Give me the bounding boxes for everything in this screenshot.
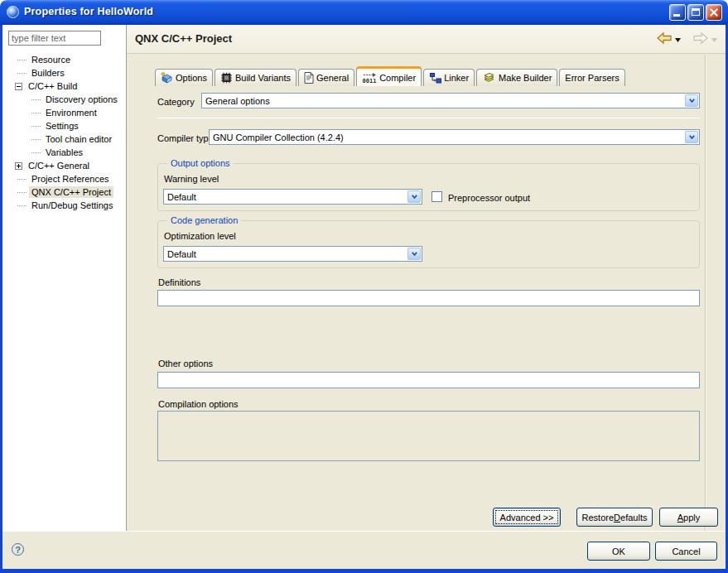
document-icon xyxy=(304,72,314,84)
advanced-button[interactable]: Advanced >> xyxy=(493,508,561,527)
preprocessor-output-label[interactable]: Preprocessor output xyxy=(448,193,530,203)
tab-general[interactable]: General xyxy=(298,69,354,86)
other-options-label: Other options xyxy=(158,359,213,368)
maximize-icon xyxy=(692,8,700,16)
close-button[interactable] xyxy=(706,4,722,21)
tree-item-resource[interactable]: Resource xyxy=(2,53,126,66)
tree-item-c-c-general[interactable]: C/C++ General xyxy=(2,159,126,172)
preprocessor-output-checkbox[interactable] xyxy=(431,191,442,202)
tab-build-variants[interactable]: Build Variants xyxy=(215,69,297,86)
tab-label: General xyxy=(316,73,349,83)
tree-guide-dots xyxy=(31,139,41,140)
chip-icon xyxy=(220,72,233,84)
tree-item-label: Builders xyxy=(29,67,67,79)
category-value: General options xyxy=(202,96,684,106)
linker-icon xyxy=(429,72,441,84)
bottom-separator xyxy=(2,531,726,532)
filter-input[interactable] xyxy=(8,31,101,46)
tree-item-label: Resource xyxy=(29,54,73,65)
warning-level-label: Warning level xyxy=(164,174,219,184)
compiler-type-value: GNU Compiler Collection (4.2.4) xyxy=(210,132,684,142)
tab-make-builder[interactable]: Make Builder xyxy=(476,69,557,86)
tree-guide-dots xyxy=(17,73,27,74)
compilation-options-label: Compilation options xyxy=(158,399,239,409)
app-orb-icon xyxy=(7,6,19,18)
chevron-down-icon[interactable] xyxy=(685,131,698,143)
definitions-input[interactable] xyxy=(157,290,700,306)
tree-guide-dots xyxy=(31,152,41,153)
tree-item-label: QNX C/C++ Project xyxy=(29,186,113,198)
caption-buttons xyxy=(669,4,722,21)
maximize-button[interactable] xyxy=(687,4,704,21)
warning-level-value: Default xyxy=(164,192,407,202)
back-menu-caret-icon[interactable] xyxy=(675,34,681,44)
tree-item-label: Tool chain editor xyxy=(43,133,114,145)
minimize-button[interactable] xyxy=(669,4,686,21)
tree-guide-dots xyxy=(17,179,27,180)
tree-item-run-debug-settings[interactable]: Run/Debug Settings xyxy=(2,199,126,212)
expand-plus-icon[interactable] xyxy=(15,162,22,170)
tree-item-label: Settings xyxy=(43,120,81,132)
definitions-label: Definitions xyxy=(158,277,200,287)
tree-item-variables[interactable]: Variables xyxy=(2,146,126,159)
tree-item-settings[interactable]: Settings xyxy=(2,119,126,132)
ok-button[interactable]: OK xyxy=(587,542,650,561)
chevron-down-icon[interactable] xyxy=(407,190,421,203)
tab-label: Build Variants xyxy=(235,73,291,83)
header-band: QNX C/C++ Project xyxy=(127,25,726,54)
tab-error-parsers[interactable]: Error Parsers xyxy=(559,69,624,86)
tree-item-project-references[interactable]: Project References xyxy=(2,172,126,185)
cancel-button[interactable]: Cancel xyxy=(655,542,717,561)
tree-item-environment[interactable]: Environment xyxy=(2,106,126,119)
warning-level-combo[interactable]: Default xyxy=(163,189,422,205)
sidebar: ResourceBuildersC/C++ BuildDiscovery opt… xyxy=(2,25,126,531)
tab-label: Options xyxy=(176,73,207,83)
binary-icon: 0011 xyxy=(362,72,377,84)
options-icon xyxy=(161,72,173,84)
sidebar-sash[interactable] xyxy=(126,25,127,531)
tree-item-builders[interactable]: Builders xyxy=(2,66,126,79)
apply-button[interactable]: Apply xyxy=(659,508,718,527)
other-options-input[interactable] xyxy=(157,372,700,388)
optimization-level-value: Default xyxy=(164,249,407,259)
collapse-minus-icon[interactable] xyxy=(15,83,22,90)
preferences-tree: ResourceBuildersC/C++ BuildDiscovery opt… xyxy=(2,53,126,212)
tree-item-tool-chain-editor[interactable]: Tool chain editor xyxy=(2,132,126,146)
help-icon[interactable]: ? xyxy=(12,543,24,556)
properties-dialog: Properties for HelloWorld ResourceBuilde… xyxy=(0,0,728,573)
tab-options[interactable]: Options xyxy=(155,69,213,86)
category-combo[interactable]: General options xyxy=(201,93,700,108)
tab-label: Make Builder xyxy=(499,73,552,83)
titlebar[interactable]: Properties for HelloWorld xyxy=(0,0,728,25)
close-icon xyxy=(710,8,718,17)
window-frame-bottom xyxy=(0,569,728,573)
svg-text:0011: 0011 xyxy=(363,78,377,84)
tree-item-label: Discovery options xyxy=(43,94,120,105)
tab-compiler[interactable]: 0011Compiler xyxy=(356,66,422,86)
tree-item-discovery-options[interactable]: Discovery options xyxy=(2,93,126,106)
tab-linker[interactable]: Linker xyxy=(423,69,475,86)
back-arrow-icon[interactable] xyxy=(656,31,673,46)
window-title: Properties for HelloWorld xyxy=(24,6,153,17)
tab-label: Error Parsers xyxy=(565,73,619,83)
tree-guide-dots xyxy=(17,192,27,193)
compiler-type-label: Compiler type: xyxy=(157,133,216,143)
tab-label: Linker xyxy=(444,73,469,83)
chevron-down-icon[interactable] xyxy=(685,94,698,107)
layers-icon xyxy=(482,72,496,84)
chevron-down-icon[interactable] xyxy=(407,248,421,260)
tree-guide-dots xyxy=(31,113,41,113)
tree-guide-dots xyxy=(31,99,41,100)
compiler-type-combo[interactable]: GNU Compiler Collection (4.2.4) xyxy=(209,129,700,145)
tree-item-c-c-build[interactable]: C/C++ Build xyxy=(2,79,126,93)
category-label: Category xyxy=(157,97,195,107)
tree-item-label: Variables xyxy=(43,147,85,158)
forward-arrow-icon xyxy=(692,31,709,46)
compilation-options-textarea[interactable] xyxy=(157,411,700,461)
page-title: QNX C/C++ Project xyxy=(135,32,232,45)
optimization-level-combo[interactable]: Default xyxy=(163,246,422,262)
restore-defaults-button[interactable]: Restore Defaults xyxy=(576,508,653,527)
tree-item-label: C/C++ General xyxy=(26,160,92,171)
tab-label: Compiler xyxy=(379,73,416,83)
tree-item-qnx-c-c-project[interactable]: QNX C/C++ Project xyxy=(2,185,126,199)
